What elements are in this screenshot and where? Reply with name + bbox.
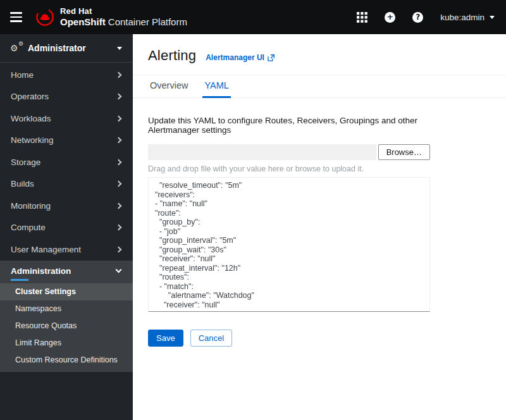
chevron-right-icon bbox=[116, 159, 122, 165]
main-content: Alerting Alertmanager UI Overview YAML U… bbox=[133, 34, 506, 420]
sidebar-item-user-management[interactable]: User Management bbox=[0, 238, 133, 261]
sidebar-item-monitoring[interactable]: Monitoring bbox=[0, 195, 133, 217]
perspective-switcher[interactable]: ⚙⚙ Administrator bbox=[0, 34, 133, 63]
sidebar-subitem-resource-quotas[interactable]: Resource Quotas bbox=[0, 318, 133, 335]
plus-circle-icon: + bbox=[385, 12, 395, 23]
app-launcher-button[interactable] bbox=[357, 12, 367, 23]
help-button[interactable]: ? bbox=[412, 12, 423, 23]
chevron-right-icon bbox=[116, 94, 122, 100]
sidebar-subitem-cluster-settings[interactable]: Cluster Settings bbox=[0, 283, 133, 300]
add-button[interactable]: + bbox=[385, 12, 395, 23]
chevron-right-icon bbox=[116, 181, 122, 187]
masthead-actions: + ? kube:admin bbox=[357, 12, 495, 23]
browse-button[interactable]: Browse… bbox=[378, 144, 430, 160]
brand: Red Hat OpenShift Container Platform bbox=[35, 7, 187, 27]
form-actions: Save Cancel bbox=[148, 330, 430, 347]
sidebar-item-builds[interactable]: Builds bbox=[0, 173, 133, 195]
nav-list: Home Operators Workloads Networking Stor… bbox=[0, 63, 133, 261]
nav-toggle-button[interactable] bbox=[0, 0, 32, 34]
chevron-right-icon bbox=[116, 137, 122, 144]
administration-section: Administration Cluster Settings Namespac… bbox=[0, 261, 133, 372]
sidebar-item-home[interactable]: Home bbox=[0, 64, 133, 86]
redhat-logo-icon bbox=[35, 8, 54, 27]
question-circle-icon: ? bbox=[412, 12, 423, 23]
chevron-right-icon bbox=[116, 115, 122, 121]
page-description: Update this YAML to configure Routes, Re… bbox=[148, 116, 430, 135]
caret-down-icon bbox=[117, 47, 122, 50]
chevron-right-icon bbox=[116, 246, 122, 252]
tab-overview[interactable]: Overview bbox=[148, 79, 190, 98]
file-upload: Browse… bbox=[148, 144, 430, 160]
sidebar-subitem-custom-resource-definitions[interactable]: Custom Resource Definitions bbox=[0, 352, 133, 369]
page-title: Alerting bbox=[148, 47, 196, 64]
save-button[interactable]: Save bbox=[148, 330, 183, 347]
chevron-right-icon bbox=[116, 202, 122, 209]
user-name: kube:admin bbox=[440, 13, 484, 22]
yaml-editor-textarea[interactable]: "resolve_timeout": "5m" "receivers": - "… bbox=[148, 177, 430, 312]
yaml-tab-panel: Update this YAML to configure Routes, Re… bbox=[133, 98, 445, 364]
sidebar-item-compute[interactable]: Compute bbox=[0, 217, 133, 239]
cancel-button[interactable]: Cancel bbox=[190, 330, 232, 347]
sidebar-item-storage[interactable]: Storage bbox=[0, 151, 133, 173]
external-link-icon bbox=[268, 54, 275, 61]
file-name-input[interactable] bbox=[148, 144, 376, 160]
brand-title: Red Hat bbox=[60, 7, 187, 16]
sidebar-item-workloads[interactable]: Workloads bbox=[0, 108, 133, 130]
user-menu[interactable]: kube:admin bbox=[440, 13, 495, 22]
sidebar-item-networking[interactable]: Networking bbox=[0, 130, 133, 152]
cogs-icon: ⚙⚙ bbox=[11, 43, 22, 53]
hamburger-icon bbox=[10, 12, 22, 14]
sidebar-item-operators[interactable]: Operators bbox=[0, 86, 133, 108]
page-header: Alerting Alertmanager UI bbox=[133, 34, 506, 64]
masthead: Red Hat OpenShift Container Platform + ?… bbox=[0, 0, 506, 34]
upload-helper-text: Drag and drop file with your value here … bbox=[148, 164, 430, 173]
chevron-right-icon bbox=[116, 71, 122, 78]
tab-bar: Overview YAML bbox=[133, 75, 506, 98]
sidebar-subitem-limit-ranges[interactable]: Limit Ranges bbox=[0, 335, 133, 352]
chevron-down-icon bbox=[116, 267, 122, 273]
perspective-label: Administrator bbox=[28, 43, 111, 53]
sidebar-item-administration[interactable]: Administration bbox=[0, 261, 133, 276]
tab-yaml[interactable]: YAML bbox=[202, 79, 230, 98]
caret-down-icon bbox=[490, 16, 495, 19]
apps-grid-icon bbox=[357, 12, 367, 23]
chevron-right-icon bbox=[116, 225, 122, 231]
alertmanager-ui-link[interactable]: Alertmanager UI bbox=[206, 53, 275, 62]
brand-subtitle: OpenShift Container Platform bbox=[60, 16, 187, 27]
sidebar-subitem-namespaces[interactable]: Namespaces bbox=[0, 300, 133, 318]
sidebar: ⚙⚙ Administrator Home Operators Workload… bbox=[0, 34, 133, 420]
active-section-indicator bbox=[11, 279, 28, 281]
